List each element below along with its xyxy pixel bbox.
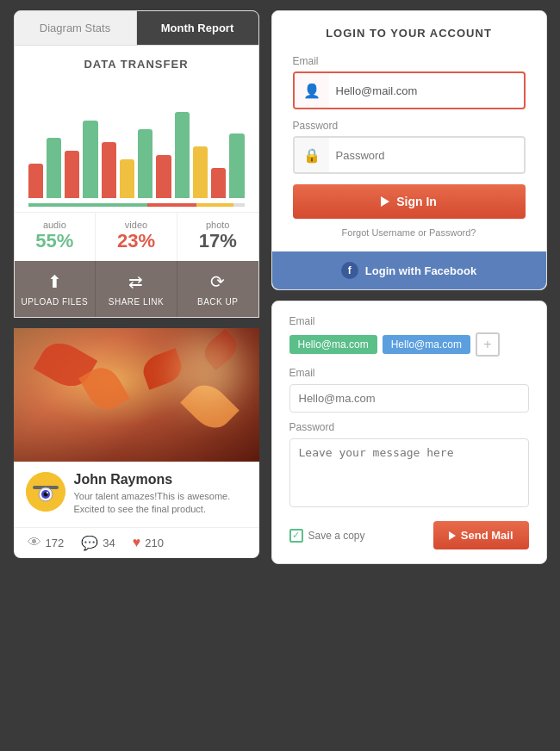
chart-bar: [83, 121, 97, 198]
heart-icon: ♥: [133, 535, 141, 550]
audio-label: audio: [18, 220, 92, 230]
likes-stat: ♥ 210: [133, 535, 164, 550]
stats-pct-row: audio 55% video 23% photo 17%: [15, 212, 258, 261]
chart-bar: [229, 133, 244, 198]
comments-stat: 💬 34: [81, 535, 115, 551]
likes-count: 210: [145, 537, 164, 549]
audio-value: 55%: [35, 230, 73, 251]
avatar: [26, 472, 65, 512]
chart-bar: [211, 168, 226, 198]
send-label: Send Mail: [461, 529, 513, 542]
facebook-label: Login with Facebook: [365, 264, 476, 277]
play-icon: [381, 196, 389, 207]
profile-name: John Raymons: [74, 472, 247, 487]
photo-stat: photo 17%: [177, 213, 258, 261]
eye-icon: 👁: [28, 535, 41, 550]
chart-bar: [47, 138, 61, 198]
chart-bar: [65, 151, 79, 198]
login-card: LOGIN TO YOUR ACCOUNT Email 👤 Password 🔒…: [271, 10, 547, 290]
lock-icon: 🔒: [295, 138, 329, 172]
mail-email-label1: Email: [289, 315, 529, 327]
forgot-link[interactable]: Forgot Username or Password?: [293, 219, 526, 238]
profile-image: [14, 328, 259, 462]
profile-stats: 👁 172 💬 34 ♥ 210: [14, 528, 259, 558]
video-segment: [147, 203, 197, 207]
password-input[interactable]: [329, 138, 524, 172]
mail-password-label: Password: [289, 421, 529, 433]
audio-segment: [28, 203, 147, 207]
save-copy-checkbox[interactable]: ✓: [289, 529, 303, 543]
audio-stat: audio 55%: [15, 213, 96, 261]
share-label: SHARE LINK: [109, 297, 164, 307]
facebook-login-button[interactable]: f Login with Facebook: [272, 251, 546, 289]
chart-bar: [138, 129, 152, 198]
signin-button[interactable]: Sign In: [293, 184, 526, 219]
profile-card: John Raymons Your talent amazes!This is …: [14, 328, 259, 558]
profile-desc: Your talent amazes!This is awesome. Exci…: [74, 490, 247, 517]
svg-point-5: [47, 492, 48, 493]
tab-month-report[interactable]: Month Report: [137, 11, 258, 45]
send-play-icon: [449, 531, 456, 540]
password-input-group: 🔒: [293, 136, 526, 174]
upload-label: UPLOAD FILES: [21, 297, 88, 307]
data-transfer-title: DATA TRANSFER: [15, 46, 258, 78]
tab-diagram-stats[interactable]: Diagram Stats: [15, 11, 137, 45]
save-copy-label: Save a copy: [308, 530, 365, 542]
stats-card: Diagram Stats Month Report DATA TRANSFER…: [14, 10, 259, 318]
save-copy-row: ✓ Save a copy: [289, 529, 365, 543]
photo-segment: [196, 203, 233, 207]
mail-message-textarea[interactable]: [289, 438, 529, 507]
email-tag-row: Hello@ma.com Hello@ma.com +: [289, 332, 529, 357]
views-stat: 👁 172: [28, 535, 65, 550]
profile-info: John Raymons Your talent amazes!This is …: [14, 462, 259, 528]
left-column: Diagram Stats Month Report DATA TRANSFER…: [14, 10, 259, 558]
video-stat: video 23%: [96, 213, 177, 261]
upload-button[interactable]: ⬆ UPLOAD FILES: [15, 261, 96, 317]
tabs-row: Diagram Stats Month Report: [15, 11, 258, 46]
email-input-group: 👤: [293, 71, 526, 109]
stats-bars-row: [28, 203, 245, 207]
rest-segment: [233, 203, 245, 207]
email-input[interactable]: [329, 73, 524, 108]
mail-email-label2: Email: [289, 367, 529, 379]
backup-button[interactable]: ⟳ BACK UP: [177, 261, 258, 317]
share-button[interactable]: ⇄ SHARE LINK: [96, 261, 177, 317]
facebook-icon: f: [341, 262, 358, 279]
send-mail-button[interactable]: Send Mail: [433, 521, 529, 549]
mail-email-input[interactable]: [289, 384, 529, 413]
chart-bar: [28, 164, 43, 198]
photo-label: photo: [181, 220, 255, 230]
chart-bar: [102, 142, 116, 198]
comments-count: 34: [103, 537, 115, 549]
comment-icon: 💬: [81, 535, 98, 551]
mail-footer: ✓ Save a copy Send Mail: [289, 521, 529, 549]
video-value: 23%: [117, 230, 155, 251]
photo-value: 17%: [199, 230, 237, 251]
email-tag-1[interactable]: Hello@ma.com: [289, 335, 377, 354]
email-tag-2[interactable]: Hello@ma.com: [383, 335, 470, 354]
video-label: video: [99, 220, 173, 230]
user-icon: 👤: [295, 73, 329, 108]
right-column: LOGIN TO YOUR ACCOUNT Email 👤 Password 🔒…: [271, 10, 547, 564]
email-label: Email: [293, 55, 526, 67]
backup-icon: ⟳: [210, 271, 226, 292]
password-label: Password: [293, 120, 526, 132]
upload-icon: ⬆: [47, 271, 63, 292]
bar-chart: [15, 78, 258, 198]
login-body: Email 👤 Password 🔒 Sign In Forgot Userna…: [272, 48, 546, 251]
chart-bar: [156, 155, 171, 198]
chart-bar: [193, 146, 208, 198]
chart-bar: [120, 159, 134, 198]
login-title: LOGIN TO YOUR ACCOUNT: [272, 11, 546, 48]
mail-card: Email Hello@ma.com Hello@ma.com + Email …: [271, 301, 547, 564]
views-count: 172: [46, 537, 65, 549]
chart-bar: [175, 112, 190, 198]
actions-row: ⬆ UPLOAD FILES ⇄ SHARE LINK ⟳ BACK UP: [15, 261, 258, 317]
share-icon: ⇄: [128, 271, 144, 292]
backup-label: BACK UP: [197, 297, 238, 307]
signin-label: Sign In: [396, 195, 437, 208]
add-tag-button[interactable]: +: [476, 332, 500, 357]
profile-text: John Raymons Your talent amazes!This is …: [74, 472, 247, 517]
